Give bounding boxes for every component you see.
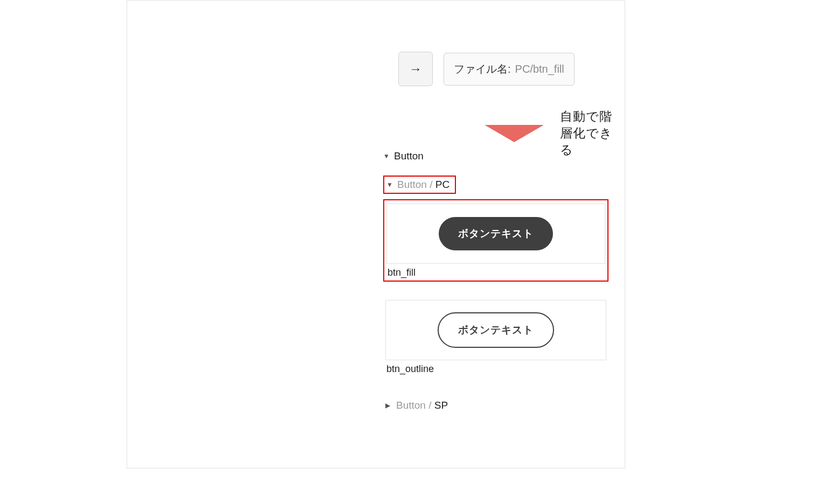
arrow-down-icon: [485, 125, 544, 142]
component-preview-fill: ボタンテキスト: [386, 204, 605, 264]
layer-tree: ▼ Button ▼ Button / PC ボタンテキスト btn_fill …: [383, 149, 608, 414]
tree-group-name: PC: [435, 179, 449, 190]
filename-label: ファイル名:: [454, 62, 511, 76]
tree-group-pc-label: Button / PC: [397, 179, 449, 191]
component-label-fill: btn_fill: [386, 267, 605, 278]
tree-root-button[interactable]: ▼ Button: [383, 149, 608, 164]
caret-right-icon: ▶: [385, 402, 392, 409]
tree-group-sp[interactable]: ▶ Button / SP: [383, 397, 453, 414]
tree-group-name: SP: [434, 400, 448, 411]
tree-group-sp-label: Button / SP: [396, 400, 448, 411]
caret-down-icon: ▼: [383, 152, 390, 160]
tree-group-pc[interactable]: ▼ Button / PC: [383, 176, 456, 194]
tree-group-prefix: Button /: [397, 179, 435, 190]
caret-down-icon: ▼: [386, 181, 393, 188]
filename-row: → ファイル名: PC/btn_fill: [398, 52, 575, 86]
arrow-right-icon: →: [409, 61, 422, 76]
transform-button[interactable]: →: [398, 52, 433, 86]
component-preview-outline: ボタンテキスト: [385, 300, 606, 360]
component-btn-fill[interactable]: ボタンテキスト btn_fill: [383, 199, 608, 282]
content-frame: → ファイル名: PC/btn_fill 自動で階層化できる ▼ Button …: [127, 0, 625, 468]
component-btn-outline[interactable]: ボタンテキスト btn_outline: [383, 297, 608, 377]
filename-display: ファイル名: PC/btn_fill: [444, 53, 575, 86]
filename-value: PC/btn_fill: [515, 63, 564, 75]
btn-outline-sample: ボタンテキスト: [438, 312, 554, 348]
component-label-outline: btn_outline: [385, 363, 606, 375]
tree-group-prefix: Button /: [396, 400, 434, 411]
tree-root-label: Button: [394, 150, 424, 162]
btn-fill-sample: ボタンテキスト: [439, 217, 553, 250]
